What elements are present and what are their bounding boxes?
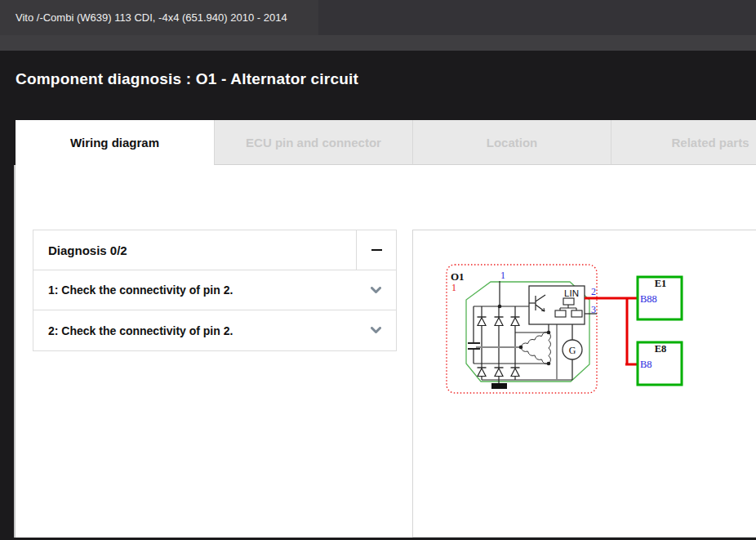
terminal-b8-label: B8 — [640, 359, 652, 370]
connector-e1: E1 B88 — [638, 277, 682, 319]
generator-label: G — [569, 345, 576, 356]
diagnosis-header-row: Diagnosis 0/2 — [33, 230, 396, 270]
diagnosis-header-label: Diagnosis 0/2 — [33, 230, 356, 270]
component-boundary — [447, 265, 597, 393]
ground-symbol — [491, 383, 507, 389]
tab-wiring-diagram[interactable]: Wiring diagram — [16, 120, 214, 165]
component-index-label: 1 — [451, 282, 456, 293]
top-bar: Vito /-Combi (W639) 113 CDI, -4x4 (651.9… — [0, 0, 756, 35]
header: Vito /-Combi (W639) 113 CDI, -4x4 (651.9… — [0, 0, 756, 165]
tab-location[interactable]: Location — [412, 120, 611, 165]
collapse-panel-button[interactable] — [356, 230, 396, 270]
lin-label: LIN — [564, 288, 579, 298]
diagnosis-step-label: 1: Check the connectivity of pin 2. — [33, 283, 356, 297]
chevron-down-icon[interactable] — [356, 327, 396, 334]
diagnosis-step-row-1[interactable]: 1: Check the connectivity of pin 2. — [33, 270, 396, 310]
tab-label: Location — [487, 136, 538, 150]
app-window: Vito /-Combi (W639) 113 CDI, -4x4 (651.9… — [0, 0, 756, 540]
tab-label: Wiring diagram — [70, 136, 159, 150]
left-frame-strip — [0, 165, 16, 540]
generator-symbol: G — [563, 340, 582, 359]
terminal-b88-label: B88 — [640, 293, 657, 305]
chevron-down-icon[interactable] — [356, 287, 396, 294]
pin-2-label: 2 — [591, 286, 596, 297]
minus-icon — [371, 249, 382, 251]
diagnosis-step-row-2[interactable]: 2: Check the connectivity of pin 2. — [33, 310, 396, 350]
menu-strip — [0, 35, 756, 51]
vehicle-tab[interactable]: Vito /-Combi (W639) 113 CDI, -4x4 (651.9… — [0, 0, 318, 35]
connector-e8-label: E8 — [655, 343, 667, 355]
vehicle-tab-label: Vito /-Combi (W639) 113 CDI, -4x4 (651.9… — [16, 11, 287, 24]
stator-winding-delta — [521, 332, 551, 364]
tab-label: Related parts — [671, 136, 749, 150]
page-title: Component diagnosis : O1 - Alternator ci… — [16, 70, 358, 88]
tab-related-parts[interactable]: Related parts — [611, 120, 756, 165]
tab-ecu-pin-and-connector[interactable]: ECU pin and connector — [214, 120, 412, 165]
pin-1-label: 1 — [500, 270, 505, 281]
connector-e8: E8 B8 — [638, 342, 682, 385]
component-id-label: O1 — [451, 270, 465, 283]
tab-bar: Wiring diagram ECU pin and connector Loc… — [16, 120, 756, 165]
connector-e1-label: E1 — [655, 278, 667, 289]
capacitor-symbol — [468, 343, 480, 349]
alternator-circuit-diagram: O1 1 1 2 3 — [412, 230, 756, 538]
tab-label: ECU pin and connector — [246, 136, 381, 150]
diagnosis-step-label: 2: Check the connectivity of pin 2. — [33, 324, 356, 337]
lin-regulator-box: LIN — [529, 286, 585, 324]
diagnosis-panel: Diagnosis 0/2 1: Check the connectivity … — [33, 230, 397, 351]
